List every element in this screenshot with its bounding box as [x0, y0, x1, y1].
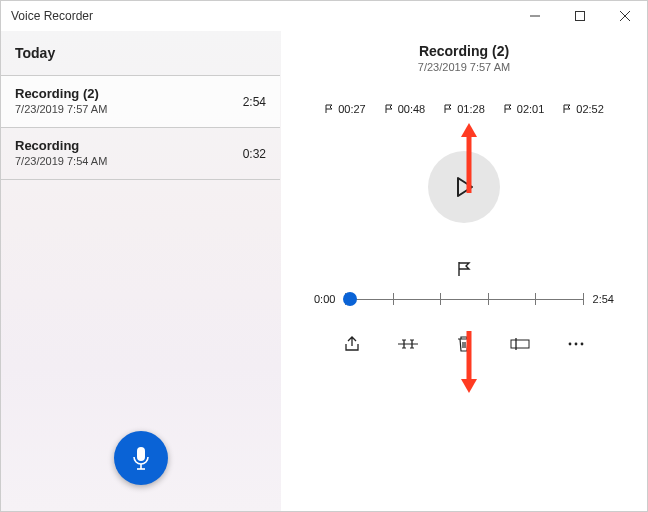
ellipsis-icon: [567, 341, 585, 347]
flag-icon: [324, 104, 334, 114]
close-button[interactable]: [602, 1, 647, 31]
delete-button[interactable]: [453, 333, 475, 355]
recording-title: Recording: [15, 138, 266, 153]
svg-point-11: [575, 343, 578, 346]
timeline-position: 0:00: [314, 293, 335, 305]
add-marker-button[interactable]: [456, 261, 472, 281]
playback-pane: Recording (2) 7/23/2019 7:57 AM 00:27 00…: [281, 31, 647, 511]
rename-icon: [510, 337, 530, 351]
recording-duration: 0:32: [243, 147, 266, 161]
play-button[interactable]: [428, 151, 500, 223]
svg-rect-8: [511, 340, 529, 348]
playback-header: Recording (2) 7/23/2019 7:57 AM: [418, 43, 510, 73]
app-title: Voice Recorder: [11, 9, 93, 23]
flag-icon: [443, 104, 453, 114]
trim-button[interactable]: [397, 333, 419, 355]
timeline-duration: 2:54: [593, 293, 614, 305]
marker-item[interactable]: 00:48: [384, 103, 426, 115]
timeline: 0:00 2:54: [314, 289, 614, 309]
flag-icon: [384, 104, 394, 114]
svg-marker-14: [461, 123, 477, 137]
recording-date: 7/23/2019 7:57 AM: [15, 103, 266, 115]
trim-icon: [398, 337, 418, 351]
playback-date: 7/23/2019 7:57 AM: [418, 61, 510, 73]
playback-toolbar: [341, 333, 587, 355]
microphone-icon: [131, 445, 151, 471]
recordings-sidebar: Today Recording (2) 7/23/2019 7:57 AM 2:…: [1, 31, 281, 511]
svg-marker-16: [461, 379, 477, 393]
svg-rect-1: [575, 12, 584, 21]
share-icon: [343, 335, 361, 353]
sidebar-section-header: Today: [1, 31, 280, 76]
marker-item[interactable]: 01:28: [443, 103, 485, 115]
recording-duration: 2:54: [243, 95, 266, 109]
flag-icon: [503, 104, 513, 114]
more-button[interactable]: [565, 333, 587, 355]
recording-date: 7/23/2019 7:54 AM: [15, 155, 266, 167]
record-button[interactable]: [114, 431, 168, 485]
trash-icon: [456, 335, 472, 353]
marker-item[interactable]: 02:52: [562, 103, 604, 115]
rename-button[interactable]: [509, 333, 531, 355]
recording-title: Recording (2): [15, 86, 266, 101]
timeline-thumb[interactable]: [343, 292, 357, 306]
marker-item[interactable]: 00:27: [324, 103, 366, 115]
recording-list-item[interactable]: Recording 7/23/2019 7:54 AM 0:32: [1, 128, 280, 180]
flag-icon: [456, 261, 472, 277]
svg-rect-4: [137, 447, 145, 461]
marker-list: 00:27 00:48 01:28 02:01 02:52: [324, 103, 604, 115]
minimize-button[interactable]: [512, 1, 557, 31]
svg-point-10: [569, 343, 572, 346]
recording-list-item[interactable]: Recording (2) 7/23/2019 7:57 AM 2:54: [1, 76, 280, 128]
maximize-button[interactable]: [557, 1, 602, 31]
timeline-track[interactable]: [345, 289, 582, 309]
flag-icon: [562, 104, 572, 114]
play-icon: [453, 175, 475, 199]
marker-item[interactable]: 02:01: [503, 103, 545, 115]
playback-title: Recording (2): [418, 43, 510, 59]
share-button[interactable]: [341, 333, 363, 355]
window-controls: [512, 1, 647, 31]
svg-point-12: [581, 343, 584, 346]
